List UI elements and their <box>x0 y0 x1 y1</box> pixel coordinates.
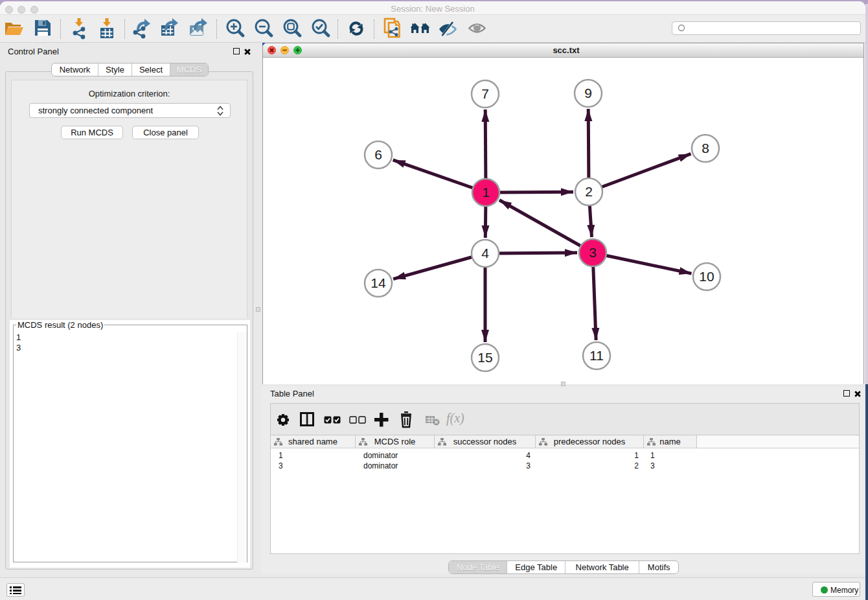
svg-text:9: 9 <box>584 86 592 100</box>
svg-text:2: 2 <box>585 184 593 199</box>
svg-text:10: 10 <box>699 269 714 284</box>
svg-text:15: 15 <box>477 350 492 365</box>
svg-text:1: 1 <box>482 185 490 200</box>
svg-text:7: 7 <box>481 86 489 101</box>
svg-text:6: 6 <box>374 147 382 162</box>
svg-text:14: 14 <box>371 275 386 290</box>
svg-text:8: 8 <box>702 141 709 156</box>
svg-text:3: 3 <box>589 245 597 260</box>
svg-text:11: 11 <box>589 348 604 363</box>
svg-text:4: 4 <box>481 246 489 260</box>
